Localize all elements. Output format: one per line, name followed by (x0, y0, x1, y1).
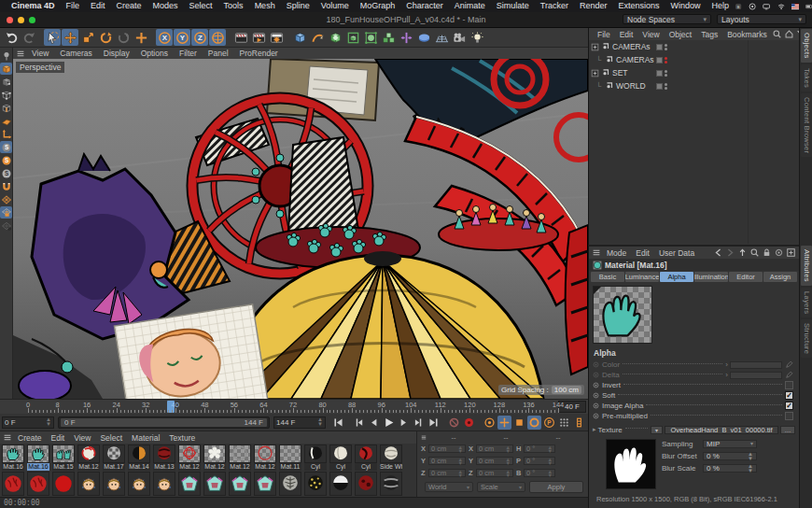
add-camera-button[interactable] (451, 29, 468, 46)
panel-menu-icon[interactable] (16, 49, 25, 58)
parent-object-icon[interactable] (737, 247, 748, 258)
material-menu-create[interactable]: Create (13, 433, 47, 443)
coord-field-h[interactable]: 0 °▲▼ (524, 444, 555, 453)
menubar-item-create[interactable]: Create (111, 0, 147, 12)
visibility-toggles[interactable] (656, 70, 667, 77)
material-item[interactable]: Mat.11 (279, 444, 301, 471)
menubar-item-mesh[interactable]: Mesh (249, 0, 281, 12)
object-name[interactable]: CAMERAs (612, 42, 651, 51)
material-thumbnail[interactable] (27, 444, 49, 463)
material-thumbnail[interactable] (103, 472, 125, 496)
menubar-item-window[interactable]: Window (665, 0, 707, 12)
viewport-camera-label[interactable]: Perspective (16, 62, 64, 73)
texture-type-dropdown[interactable]: ▾ (651, 426, 663, 434)
material-thumbnail[interactable] (279, 444, 301, 463)
visibility-toggles[interactable] (656, 57, 667, 64)
object-row-set[interactable]: SET (589, 66, 799, 79)
material-item[interactable] (52, 472, 75, 498)
material-item[interactable] (2, 472, 24, 498)
viewport-solo-button[interactable]: S (0, 141, 12, 153)
material-thumbnail[interactable] (153, 472, 175, 496)
goto-start-button[interactable] (331, 416, 345, 430)
coord-field-p[interactable]: 0 °▲▼ (524, 457, 555, 465)
layer-toggle[interactable] (656, 44, 663, 50)
panel-menu-icon[interactable] (421, 433, 427, 442)
menubar-item-tracker[interactable]: Tracker (535, 0, 574, 12)
material-thumbnail[interactable] (355, 472, 377, 496)
menubar-item-mograph[interactable]: MoGraph (355, 0, 401, 12)
texture-mode-button[interactable] (0, 76, 12, 88)
coord-field-y[interactable]: 0 cm▲▼ (476, 457, 513, 465)
menubar-item-extensions[interactable]: Extensions (613, 0, 665, 12)
material-thumbnail[interactable] (254, 444, 276, 463)
quantize-button[interactable] (0, 180, 12, 192)
panel-tab-layers[interactable]: Layers (801, 288, 812, 318)
add-floor-button[interactable] (433, 29, 450, 46)
checkbox-pre-multiplied[interactable] (785, 412, 793, 420)
material-thumbnail[interactable] (304, 444, 327, 463)
material-menu-select[interactable]: Select (95, 433, 127, 443)
channel-tab-editor[interactable]: Editor (729, 272, 763, 282)
material-item[interactable] (254, 472, 276, 498)
render-view-button[interactable] (232, 29, 249, 46)
keyframe-ring-icon[interactable] (593, 392, 599, 399)
lock-z-axis-button[interactable]: Z (191, 29, 208, 46)
point-mode-button[interactable] (0, 89, 12, 101)
material-item[interactable]: Cyl (329, 444, 352, 471)
object-menu-edit[interactable]: Edit (615, 30, 638, 39)
coord-field-y[interactable]: 0 cm▲▼ (428, 457, 466, 465)
alpha-channel-preview[interactable] (593, 286, 652, 344)
material-thumbnail[interactable] (27, 472, 49, 496)
menubar-item-modes[interactable]: Modes (147, 0, 184, 12)
object-menu-view[interactable]: View (637, 30, 664, 39)
menubar-item-render[interactable]: Render (574, 0, 613, 12)
material-thumbnail[interactable] (77, 444, 100, 463)
add-field-button[interactable] (415, 29, 432, 46)
close-window-button[interactable] (7, 17, 13, 23)
lock-x-axis-button[interactable]: X (156, 29, 173, 46)
viewport-menu-options[interactable]: Options (135, 49, 174, 58)
material-item[interactable]: Mat.16 (2, 444, 24, 471)
object-menu-bookmarks[interactable]: Bookmarks (722, 30, 772, 39)
menubar-item-help[interactable]: Help (707, 0, 735, 12)
material-name[interactable]: Mat.12 (203, 463, 226, 471)
object-name[interactable]: CAMERAs (616, 55, 654, 64)
material-thumbnail[interactable] (355, 444, 377, 463)
blur-offset-field[interactable]: 0 %▲▼ (703, 452, 757, 460)
minimize-window-button[interactable] (18, 17, 24, 23)
menubar-item-spline[interactable]: Spline (281, 0, 315, 12)
eyedropper-icon[interactable] (785, 371, 793, 379)
menubar-item-edit[interactable]: Edit (85, 0, 111, 12)
material-name[interactable]: Cyl (355, 463, 377, 471)
material-thumbnail[interactable] (178, 472, 201, 496)
attribute-menu-user-data[interactable]: User Data (654, 248, 699, 258)
range-start-field[interactable]: 0 F▲▼ (2, 416, 54, 429)
channel-tab-illumination[interactable]: Illumination (694, 272, 728, 282)
material-name[interactable]: Side Wh (380, 463, 402, 471)
texture-filename-field[interactable]: OverheadHand_B_v01_00000.tif (665, 426, 778, 434)
material-thumbnail[interactable] (329, 472, 352, 496)
keyframe-ring-icon[interactable] (593, 361, 599, 368)
display-icon[interactable] (763, 2, 770, 11)
add-panel-icon[interactable] (786, 247, 796, 258)
material-item[interactable]: Mat.13 (153, 444, 175, 471)
menubar-item-file[interactable]: File (61, 0, 86, 12)
history-back-icon[interactable] (713, 247, 723, 258)
coord-field-x[interactable]: 0 cm▲▼ (476, 444, 513, 453)
material-name[interactable]: Mat.14 (128, 463, 150, 471)
material-name[interactable]: Mat.12 (178, 463, 201, 471)
blur-scale-field[interactable]: 0 %▲▼ (703, 464, 757, 473)
camera-status-icon[interactable] (749, 2, 756, 11)
object-row-cameras[interactable]: └CAMERAs (589, 53, 799, 66)
material-thumbnail[interactable] (2, 444, 24, 463)
material-item[interactable] (77, 472, 100, 498)
object-menu-tags[interactable]: Tags (696, 30, 722, 39)
coord-field-x[interactable]: 0 cm▲▼ (428, 444, 466, 453)
key-position-button[interactable] (497, 416, 511, 430)
panel-tab-content-browser[interactable]: Content Browser (801, 93, 812, 157)
polygon-mode-button[interactable] (0, 115, 12, 127)
panel-tab-attributes[interactable]: Attributes (801, 246, 812, 286)
panel-tab-objects[interactable]: Objects (801, 29, 812, 63)
previous-key-button[interactable] (352, 416, 366, 430)
material-item[interactable]: Side Wh (380, 444, 402, 471)
